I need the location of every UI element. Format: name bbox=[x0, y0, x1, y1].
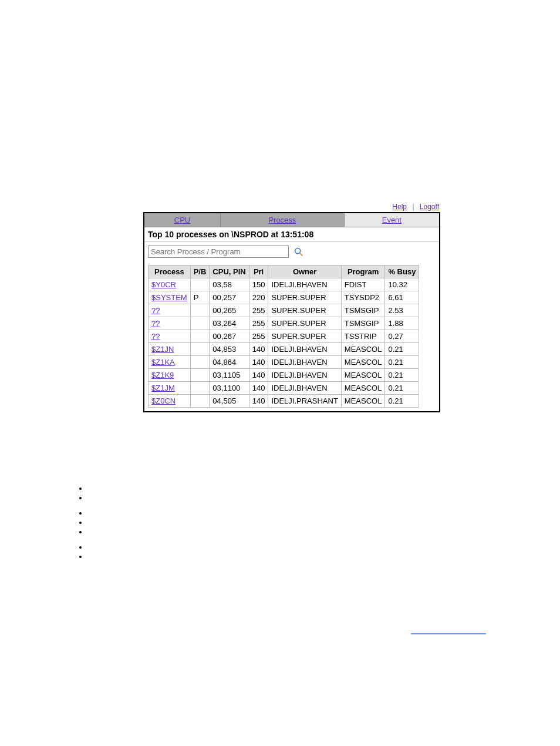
cell-pri: 255 bbox=[249, 330, 268, 343]
process-link[interactable]: $Z1K9 bbox=[151, 371, 174, 379]
table-row: $SYSTEMP00,257220SUPER.SUPERTSYSDP26.61 bbox=[149, 291, 419, 304]
table-row: $Z1K903,1105140IDELJI.BHAVENMEASCOL0.21 bbox=[149, 369, 419, 382]
process-link[interactable]: $Y0CR bbox=[151, 280, 176, 289]
cell-cpu-pin: 04,864 bbox=[210, 356, 249, 369]
cell-cpu-pin: 00,265 bbox=[210, 304, 249, 317]
cell-pb bbox=[190, 317, 210, 330]
cell-pri: 140 bbox=[249, 343, 268, 356]
cell-process[interactable]: $Y0CR bbox=[149, 278, 191, 291]
cell-pri: 140 bbox=[249, 395, 268, 408]
process-link[interactable]: ?? bbox=[151, 332, 160, 341]
cell-owner: IDELJI.BHAVEN bbox=[268, 278, 341, 291]
cell-owner: IDELJI.BHAVEN bbox=[268, 343, 341, 356]
cell-process[interactable]: $Z1JN bbox=[149, 343, 191, 356]
cell-pb bbox=[190, 278, 210, 291]
cell-pct-busy: 0.21 bbox=[385, 382, 419, 395]
process-link[interactable]: ?? bbox=[151, 306, 160, 315]
cell-cpu-pin: 04,505 bbox=[210, 395, 249, 408]
tab-process-link[interactable]: Process bbox=[268, 216, 296, 224]
search-row bbox=[144, 242, 439, 261]
cell-cpu-pin: 03,264 bbox=[210, 317, 249, 330]
svg-point-0 bbox=[295, 248, 301, 253]
cell-program: TSSTRIP bbox=[341, 330, 385, 343]
cell-program: MEASCOL bbox=[341, 343, 385, 356]
cell-process[interactable]: $Z1K9 bbox=[149, 369, 191, 382]
cell-pri: 140 bbox=[249, 382, 268, 395]
table-row: ??03,264255SUPER.SUPERTSMSGIP1.88 bbox=[149, 317, 419, 330]
cell-process[interactable]: $Z1JM bbox=[149, 382, 191, 395]
blue-rule bbox=[411, 633, 486, 634]
cell-pct-busy: 0.27 bbox=[385, 330, 419, 343]
cell-cpu-pin: 03,1100 bbox=[210, 382, 249, 395]
process-link[interactable]: $SYSTEM bbox=[151, 293, 187, 302]
cell-pb bbox=[190, 343, 210, 356]
col-pb[interactable]: P/B bbox=[190, 266, 210, 278]
tab-cpu-link[interactable]: CPU bbox=[174, 216, 190, 224]
cell-cpu-pin: 03,1105 bbox=[210, 369, 249, 382]
process-link[interactable]: $Z1KA bbox=[151, 358, 175, 367]
cell-pct-busy: 0.21 bbox=[385, 369, 419, 382]
cell-pri: 220 bbox=[249, 291, 268, 304]
cell-process[interactable]: $Z0CN bbox=[149, 395, 191, 408]
tab-process[interactable]: Process bbox=[221, 213, 345, 227]
process-link[interactable]: $Z1JN bbox=[151, 345, 174, 354]
cell-pb bbox=[190, 330, 210, 343]
cell-pri: 150 bbox=[249, 278, 268, 291]
cell-program: FDIST bbox=[341, 278, 385, 291]
col-pct-busy[interactable]: % Busy bbox=[385, 266, 419, 278]
cell-pb: P bbox=[190, 291, 210, 304]
separator: | bbox=[409, 203, 417, 211]
search-icon[interactable] bbox=[294, 247, 304, 257]
table-row: ??00,265255SUPER.SUPERTSMSGIP2.53 bbox=[149, 304, 419, 317]
table-row: $Z1JN04,853140IDELJI.BHAVENMEASCOL0.21 bbox=[149, 343, 419, 356]
process-link[interactable]: ?? bbox=[151, 319, 160, 328]
search-input[interactable] bbox=[148, 246, 289, 258]
cell-pri: 255 bbox=[249, 317, 268, 330]
process-link[interactable]: $Z0CN bbox=[151, 396, 176, 405]
process-table: Process P/B CPU, PIN Pri Owner Program %… bbox=[148, 265, 419, 408]
cell-process[interactable]: ?? bbox=[149, 317, 191, 330]
tab-cpu[interactable]: CPU bbox=[144, 213, 221, 227]
table-row: $Y0CR03,58150IDELJI.BHAVENFDIST10.32 bbox=[149, 278, 419, 291]
cell-owner: IDELJI.BHAVEN bbox=[268, 369, 341, 382]
cell-process[interactable]: $Z1KA bbox=[149, 356, 191, 369]
cell-program: TSMSGIP bbox=[341, 304, 385, 317]
process-link[interactable]: $Z1JM bbox=[151, 384, 175, 392]
cell-owner: SUPER.SUPER bbox=[268, 317, 341, 330]
cell-pri: 140 bbox=[249, 356, 268, 369]
bullet-list bbox=[77, 484, 88, 562]
cell-owner: IDELJI.BHAVEN bbox=[268, 356, 341, 369]
table-header-row: Process P/B CPU, PIN Pri Owner Program %… bbox=[149, 266, 419, 278]
page-title: Top 10 processes on \NSPROD at 13:51:08 bbox=[144, 227, 439, 242]
cell-program: TSYSDP2 bbox=[341, 291, 385, 304]
cell-pct-busy: 10.32 bbox=[385, 278, 419, 291]
process-panel: Help | Logoff CPU Process Event Top 10 p… bbox=[143, 212, 440, 412]
cell-pb bbox=[190, 304, 210, 317]
col-pri[interactable]: Pri bbox=[249, 266, 268, 278]
cell-pct-busy: 6.61 bbox=[385, 291, 419, 304]
help-link[interactable]: Help bbox=[392, 203, 407, 211]
cell-process[interactable]: ?? bbox=[149, 330, 191, 343]
cell-process[interactable]: ?? bbox=[149, 304, 191, 317]
table-row: $Z1KA04,864140IDELJI.BHAVENMEASCOL0.21 bbox=[149, 356, 419, 369]
svg-line-1 bbox=[300, 253, 303, 256]
col-program[interactable]: Program bbox=[341, 266, 385, 278]
table-row: ??00,267255SUPER.SUPERTSSTRIP0.27 bbox=[149, 330, 419, 343]
cell-program: MEASCOL bbox=[341, 395, 385, 408]
cell-pri: 140 bbox=[249, 369, 268, 382]
cell-process[interactable]: $SYSTEM bbox=[149, 291, 191, 304]
col-process[interactable]: Process bbox=[149, 266, 191, 278]
cell-owner: SUPER.SUPER bbox=[268, 291, 341, 304]
col-cpu-pin[interactable]: CPU, PIN bbox=[210, 266, 249, 278]
tab-event-link[interactable]: Event bbox=[382, 216, 402, 224]
cell-pb bbox=[190, 356, 210, 369]
tab-event[interactable]: Event bbox=[345, 213, 439, 227]
cell-pri: 255 bbox=[249, 304, 268, 317]
cell-cpu-pin: 00,267 bbox=[210, 330, 249, 343]
logoff-link[interactable]: Logoff bbox=[420, 203, 439, 211]
cell-pb bbox=[190, 369, 210, 382]
table-row: $Z1JM03,1100140IDELJI.BHAVENMEASCOL0.21 bbox=[149, 382, 419, 395]
col-owner[interactable]: Owner bbox=[268, 266, 341, 278]
cell-pct-busy: 0.21 bbox=[385, 395, 419, 408]
table-row: $Z0CN04,505140IDELJI.PRASHANTMEASCOL0.21 bbox=[149, 395, 419, 408]
